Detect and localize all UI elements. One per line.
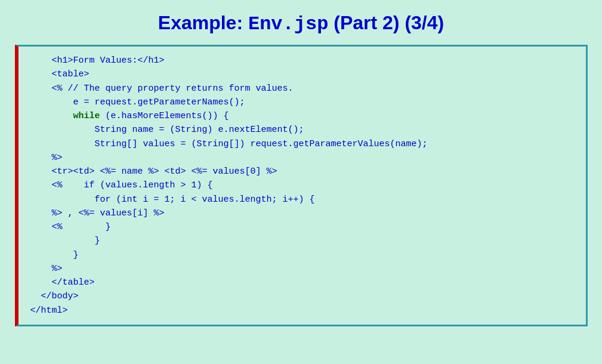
- code-line-7: String[] values = (String[]) request.get…: [30, 137, 574, 151]
- title-plain: Example:: [158, 12, 248, 33]
- code-line-4: e = request.getParameterNames();: [30, 95, 574, 109]
- code-container: <h1>Form Values:</h1> <table> <% // The …: [15, 45, 588, 326]
- code-line-9: <tr><td> <%= name %> <td> <%= values[0] …: [30, 165, 574, 178]
- code-line-8: %>: [30, 151, 574, 165]
- code-line-11: for (int i = 1; i < values.length; i++) …: [30, 193, 574, 206]
- code-line-18: </body>: [30, 289, 574, 303]
- code-line-6: String name = (String) e.nextElement();: [30, 123, 574, 137]
- code-line-13: <% }: [30, 220, 574, 234]
- title-mono: Env.jsp: [248, 13, 328, 35]
- page-title: Example: Env.jsp (Part 2) (3/4): [158, 12, 444, 35]
- code-line-14: }: [30, 234, 574, 248]
- code-line-17: </table>: [30, 276, 574, 289]
- code-line-19: </html>: [30, 304, 574, 317]
- code-line-15: }: [30, 248, 574, 262]
- code-line-5: while (e.hasMoreElements()) {: [30, 109, 574, 123]
- code-line-12: %> , <%= values[i] %>: [30, 206, 574, 220]
- code-line-3: <% // The query property returns form va…: [30, 82, 574, 95]
- title-suffix: (Part 2) (3/4): [328, 12, 444, 33]
- code-line-16: %>: [30, 262, 574, 276]
- code-line-1: <h1>Form Values:</h1>: [30, 54, 574, 67]
- code-line-2: <table>: [30, 67, 574, 81]
- code-line-10: <% if (values.length > 1) {: [30, 178, 574, 192]
